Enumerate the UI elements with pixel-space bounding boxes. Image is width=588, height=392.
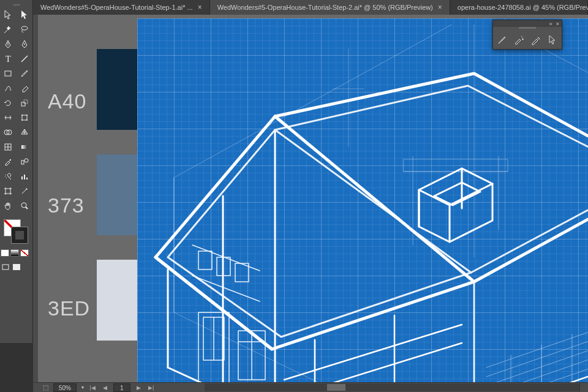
document-tab[interactable]: WedWonders#5-OperaHouse-Tutorial-Step-2.… <box>210 0 450 15</box>
artboard-tool[interactable] <box>0 184 17 198</box>
svg-rect-18 <box>24 175 25 179</box>
none-mode-icon[interactable] <box>20 249 29 257</box>
swatch-hex-label: 373 <box>48 194 85 217</box>
arrow-cursor-icon[interactable] <box>546 34 560 45</box>
screen-mode-icon[interactable]: ⬚ <box>43 384 48 391</box>
lasso-tool[interactable] <box>17 22 33 37</box>
pencil-brush-icon[interactable] <box>529 34 543 45</box>
shape-builder-tool[interactable] <box>0 125 17 140</box>
svg-line-30 <box>192 245 260 271</box>
tab-label: opera-house-2478058.ai @ 45% (RGB/Previe… <box>458 4 588 11</box>
pasteboard[interactable]: A40 373 3ED <box>38 15 588 382</box>
add-brush-icon[interactable] <box>513 34 526 45</box>
brushes-floating-panel[interactable]: « × <box>492 20 562 50</box>
svg-rect-27 <box>198 251 212 270</box>
svg-point-21 <box>21 203 26 208</box>
color-swatch[interactable] <box>97 49 137 130</box>
document-tab[interactable]: WedWonders#5-OperaHouse-Tutorial-Step-1.… <box>33 0 210 15</box>
close-icon[interactable]: × <box>438 3 442 12</box>
gradient-tool[interactable] <box>17 140 33 154</box>
zoom-level-dropdown[interactable]: 50% <box>53 383 77 392</box>
canvas-area: A40 373 3ED <box>33 15 588 382</box>
gradient-mode-icon[interactable] <box>10 249 19 257</box>
house-blueprint-art <box>137 24 588 382</box>
svg-rect-24 <box>13 264 20 270</box>
perspective-grid-tool[interactable] <box>17 125 33 140</box>
svg-rect-15 <box>21 160 24 164</box>
svg-point-1 <box>24 43 25 45</box>
collapse-icon[interactable]: « <box>549 21 552 27</box>
nav-first-artboard[interactable]: |◀ <box>89 384 96 391</box>
calligraphic-brush-icon[interactable] <box>496 34 509 45</box>
paintbrush-tool[interactable] <box>17 66 33 81</box>
tools-panel: T <box>0 0 33 343</box>
nav-next-artboard[interactable]: ▶ <box>135 384 143 391</box>
svg-point-10 <box>26 119 28 121</box>
close-icon[interactable]: × <box>198 3 202 12</box>
nav-last-artboard[interactable]: ▶| <box>148 384 155 391</box>
symbol-sprayer-tool[interactable] <box>0 169 17 184</box>
svg-rect-4 <box>21 102 25 106</box>
blend-tool[interactable] <box>17 154 33 169</box>
panel-grip[interactable] <box>0 2 32 7</box>
svg-point-7 <box>21 115 23 116</box>
svg-rect-32 <box>404 159 508 172</box>
document-tab-bar: WedWonders#5-OperaHouse-Tutorial-Step-1.… <box>33 0 588 15</box>
width-tool[interactable] <box>0 110 17 125</box>
hand-tool[interactable] <box>0 198 17 213</box>
panel-grip[interactable] <box>519 27 536 29</box>
tab-label: WedWonders#5-OperaHouse-Tutorial-Step-2.… <box>217 4 433 11</box>
eraser-tool[interactable] <box>17 81 33 96</box>
svg-rect-20 <box>6 189 10 194</box>
svg-rect-6 <box>22 115 27 120</box>
column-graph-tool[interactable] <box>17 169 33 184</box>
type-tool[interactable]: T <box>0 51 17 66</box>
svg-line-2 <box>21 56 28 62</box>
svg-rect-14 <box>21 145 28 149</box>
color-swatch[interactable] <box>97 260 137 341</box>
free-transform-tool[interactable] <box>17 110 33 125</box>
color-mode-icon[interactable] <box>1 249 9 257</box>
rectangle-tool[interactable] <box>0 66 17 81</box>
svg-point-16 <box>24 159 28 162</box>
document-tab[interactable]: opera-house-2478058.ai @ 45% (RGB/Previe… <box>450 0 588 15</box>
svg-rect-17 <box>21 176 23 179</box>
svg-rect-23 <box>2 265 9 270</box>
mesh-tool[interactable] <box>0 140 17 154</box>
svg-point-8 <box>26 115 28 116</box>
svg-rect-3 <box>5 71 11 76</box>
screen-mode-full[interactable] <box>11 260 22 274</box>
selection-tool[interactable] <box>0 7 17 22</box>
curvature-tool[interactable] <box>17 37 33 51</box>
screen-mode-normal[interactable] <box>0 260 11 274</box>
svg-rect-19 <box>26 178 28 179</box>
fill-stroke-swatch[interactable] <box>0 217 32 249</box>
shaper-tool[interactable] <box>0 81 17 96</box>
zoom-tool[interactable] <box>17 198 33 213</box>
stroke-swatch[interactable] <box>11 227 28 244</box>
slice-tool[interactable] <box>17 184 33 198</box>
color-swatch[interactable] <box>97 154 137 235</box>
line-segment-tool[interactable] <box>17 51 33 66</box>
artboard-blueprint[interactable] <box>137 18 588 382</box>
scale-tool[interactable] <box>17 96 33 110</box>
scroll-corner <box>579 383 588 391</box>
svg-point-9 <box>21 119 23 121</box>
nav-prev-artboard[interactable]: ◀ <box>101 384 108 391</box>
tab-label: WedWonders#5-OperaHouse-Tutorial-Step-1.… <box>40 4 193 11</box>
scrollbar-thumb[interactable] <box>327 384 345 391</box>
close-icon[interactable]: × <box>556 21 559 27</box>
panel-header[interactable]: « × <box>493 20 562 27</box>
color-swatches-column <box>97 49 137 348</box>
direct-selection-tool[interactable] <box>17 7 33 22</box>
svg-line-22 <box>26 207 28 209</box>
eyedropper-tool[interactable] <box>0 154 17 169</box>
horizontal-scrollbar[interactable] <box>205 383 579 391</box>
rotate-tool[interactable] <box>0 96 17 110</box>
pen-tool[interactable] <box>0 37 17 51</box>
artboard-number-field[interactable]: 1 <box>113 383 130 392</box>
magic-wand-tool[interactable] <box>0 22 17 37</box>
svg-rect-5 <box>24 100 28 104</box>
status-bar: ⬚ 50% ▾ |◀ ◀ 1 ▶ ▶| Adobe Eyedropper Too… <box>33 382 588 392</box>
swatch-hex-label: A40 <box>48 89 87 113</box>
